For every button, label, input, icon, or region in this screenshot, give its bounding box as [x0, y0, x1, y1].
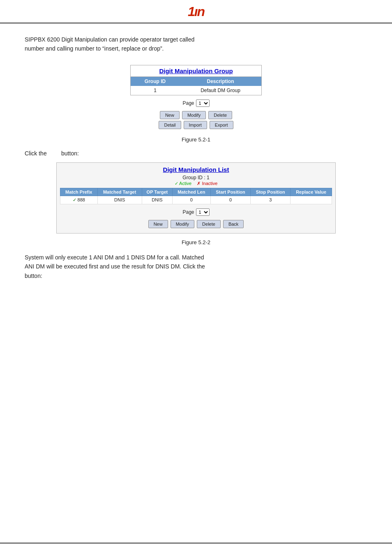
cell-matched-target: DNIS [97, 196, 142, 204]
bottom-line3: button: [25, 273, 42, 279]
intro-line1: SIPPBX 6200 Digit Manipulation can provi… [25, 36, 194, 43]
new-button[interactable]: New [160, 111, 180, 119]
list-new-button[interactable]: New [148, 220, 168, 228]
col-match-prefix: Match Prefix [60, 188, 98, 196]
import-button[interactable]: Import [184, 121, 207, 129]
dm-group-title: Digit Manipulation Group [130, 65, 262, 76]
bottom-text: System will only execute 1 ANI DM and 1 … [25, 253, 367, 280]
page-select-group[interactable]: 1 [196, 99, 210, 107]
modify-button[interactable]: Modify [182, 111, 206, 119]
page-label-list: Page [182, 209, 194, 215]
col-description: Description [180, 76, 261, 86]
dm-list-section: Digit Manipulation List Group ID : 1 ✓ A… [56, 162, 336, 234]
export-button[interactable]: Export [210, 121, 233, 129]
btn-row-group-1: New Modify Delete [160, 111, 232, 119]
col-stop-position: Stop Position [251, 188, 291, 196]
cell-replace-value [291, 196, 332, 204]
inactive-label: ✗ Inactive [197, 181, 217, 186]
bottom-line2: ANI DM will be executed first and use th… [25, 263, 205, 270]
page-footer [0, 543, 392, 555]
button-label: button: [61, 150, 79, 157]
figure-5-2-2: Figure 5.2-2 [0, 239, 392, 245]
col-op-target: OP Target [142, 188, 172, 196]
click-text: Click the [25, 150, 47, 157]
page-row-group: Page 1 [182, 99, 209, 107]
figure-5-2-1: Figure 5.2-1 [0, 136, 392, 143]
cell-matched-len: 0 [172, 196, 210, 204]
dm-list-info: Group ID : 1 ✓ Active ✗ Inactive [60, 175, 332, 186]
page-label-group: Page [182, 100, 194, 106]
list-item[interactable]: ✓ 888DNISDNIS003 [60, 196, 332, 204]
list-modify-button[interactable]: Modify [171, 220, 194, 228]
cell-stop-position: 3 [251, 196, 291, 204]
intro-text: SIPPBX 6200 Digit Manipulation can provi… [25, 35, 367, 53]
col-group-id: Group ID [131, 76, 180, 86]
btn-row-list: New Modify Delete Back [60, 220, 332, 228]
dm-group-section: Digit Manipulation Group Group ID Descri… [130, 65, 262, 131]
dm-group-table: Group ID Description 1Default DM Group [130, 76, 262, 95]
click-section: Click the button: [25, 150, 367, 157]
cell-op-target: DNIS [142, 196, 172, 204]
detail-button[interactable]: Detail [159, 121, 181, 129]
back-button[interactable]: Back [223, 220, 244, 228]
dm-list-title: Digit Manipulation List [60, 166, 332, 173]
bottom-line1: System will only execute 1 ANI DM and 1 … [25, 254, 204, 261]
cell-start-position: 0 [210, 196, 251, 204]
logo-icon: 1ın [188, 4, 204, 19]
col-start-position: Start Position [210, 188, 251, 196]
group-id-label: Group ID : 1 [182, 175, 209, 180]
cell-status: ✓ 888 [60, 196, 98, 204]
btn-row-group-2: Detail Import Export [159, 121, 233, 129]
list-delete-button[interactable]: Delete [197, 220, 221, 228]
table-row[interactable]: 1Default DM Group [131, 86, 262, 95]
cell-group-id: 1 [131, 86, 180, 95]
delete-button[interactable]: Delete [208, 111, 232, 119]
dm-list-table: Match Prefix Matched Target OP Target Ma… [60, 188, 332, 204]
active-label: ✓ Active [175, 181, 191, 186]
page-header: 1ın [0, 0, 392, 23]
cell-description: Default DM Group [180, 86, 261, 95]
intro-line2: number and calling number to “insert, re… [25, 45, 164, 52]
col-matched-len: Matched Len [172, 188, 210, 196]
col-replace-value: Replace Value [291, 188, 332, 196]
page-select-list[interactable]: 1 [196, 208, 210, 216]
page-row-list: Page 1 [60, 208, 332, 216]
col-matched-target: Matched Target [97, 188, 142, 196]
